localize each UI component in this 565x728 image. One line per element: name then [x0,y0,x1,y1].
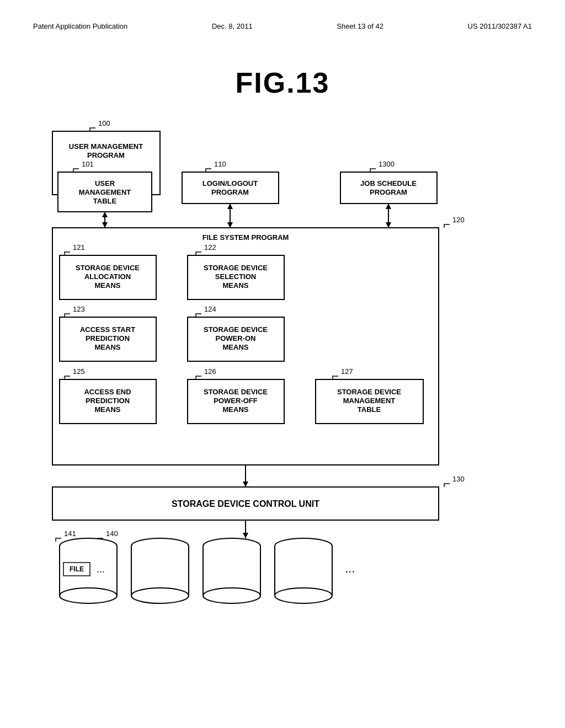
svg-text:ACCESS END: ACCESS END [84,388,131,396]
svg-marker-96 [243,533,248,538]
svg-text:140: 140 [106,529,118,538]
svg-marker-89 [227,204,233,209]
svg-text:124: 124 [204,305,216,313]
svg-marker-94 [243,481,248,487]
svg-text:121: 121 [73,243,85,251]
svg-text:101: 101 [82,160,94,168]
svg-text:LOGIN/LOGOUT: LOGIN/LOGOUT [202,179,258,188]
svg-text:...: ... [97,564,105,575]
svg-text:PROGRAM: PROGRAM [87,151,125,159]
svg-text:130: 130 [452,475,465,483]
svg-text:MEANS: MEANS [223,343,249,351]
svg-text:STORAGE DEVICE: STORAGE DEVICE [204,325,268,334]
svg-text:...: ... [345,561,355,575]
svg-text:USER: USER [95,179,115,188]
svg-text:MEANS: MEANS [95,343,121,351]
svg-point-77 [203,588,260,603]
svg-text:110: 110 [214,160,226,168]
svg-text:PREDICTION: PREDICTION [86,397,130,405]
svg-text:1300: 1300 [379,160,395,168]
svg-text:POWER-OFF: POWER-OFF [214,397,257,405]
svg-text:POWER-ON: POWER-ON [216,334,256,342]
svg-text:MEANS: MEANS [95,405,121,414]
svg-text:120: 120 [452,216,465,224]
svg-text:PROGRAM: PROGRAM [211,188,249,196]
svg-text:STORAGE DEVICE: STORAGE DEVICE [76,264,140,272]
svg-text:SELECTION: SELECTION [215,272,256,281]
svg-text:MEANS: MEANS [223,405,249,414]
svg-text:TABLE: TABLE [93,197,117,205]
svg-text:STORAGE DEVICE: STORAGE DEVICE [204,388,268,396]
svg-text:USER MANAGEMENT: USER MANAGEMENT [69,142,143,151]
svg-text:STORAGE DEVICE CONTROL UNIT: STORAGE DEVICE CONTROL UNIT [172,499,319,508]
svg-marker-86 [102,212,108,217]
svg-text:PROGRAM: PROGRAM [370,188,407,196]
svg-point-72 [131,588,189,603]
svg-text:123: 123 [73,305,85,313]
svg-text:ALLOCATION: ALLOCATION [84,272,131,281]
svg-text:FILE: FILE [70,565,84,573]
svg-text:JOB SCHEDULE: JOB SCHEDULE [360,179,417,188]
svg-text:125: 125 [73,367,85,376]
svg-text:126: 126 [204,367,216,376]
svg-text:127: 127 [341,367,353,376]
svg-point-64 [60,588,117,603]
svg-text:STORAGE DEVICE: STORAGE DEVICE [204,264,268,272]
svg-text:MEANS: MEANS [95,281,121,290]
svg-marker-92 [386,204,391,209]
diagram-svg: 100 USER MANAGEMENT PROGRAM 101 USER MAN… [0,0,565,728]
svg-text:MANAGEMENT: MANAGEMENT [343,397,396,405]
svg-point-82 [275,588,332,603]
svg-text:MANAGEMENT: MANAGEMENT [79,188,131,196]
svg-text:FILE SYSTEM PROGRAM: FILE SYSTEM PROGRAM [202,233,289,242]
svg-text:122: 122 [204,243,216,251]
svg-text:MEANS: MEANS [223,281,249,290]
svg-text:TABLE: TABLE [358,405,381,414]
svg-text:PREDICTION: PREDICTION [86,334,130,342]
svg-text:ACCESS START: ACCESS START [80,325,135,334]
svg-marker-85 [102,222,108,228]
svg-marker-91 [386,222,391,228]
svg-text:STORAGE DEVICE: STORAGE DEVICE [337,388,401,396]
svg-text:141: 141 [64,529,76,538]
svg-marker-88 [227,222,233,228]
svg-text:100: 100 [98,119,110,127]
